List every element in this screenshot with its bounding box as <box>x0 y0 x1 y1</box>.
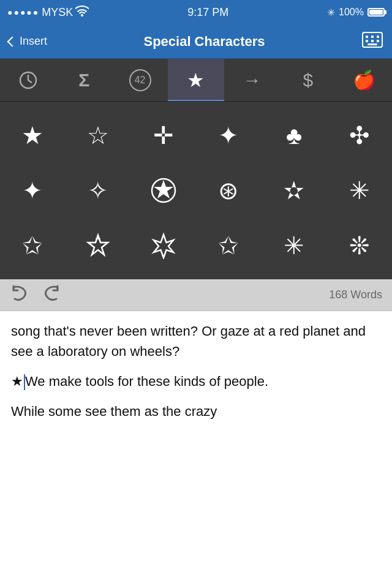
bluetooth-icon: ✳ <box>327 7 335 18</box>
back-button[interactable]: Insert <box>9 35 47 48</box>
char-row-1: ★ ☆ ✛ ✦ ♣ ✣ <box>0 108 392 163</box>
svg-rect-5 <box>371 40 374 42</box>
svg-rect-2 <box>371 36 374 38</box>
char-cell-6point-star[interactable] <box>130 221 196 270</box>
char-cell-circled-star[interactable]: ⊛ <box>196 166 262 215</box>
character-grid: ★ ☆ ✛ ✦ ♣ ✣ ✦ ✧ ⊛ ✫ ✳ ✩ <box>0 102 392 279</box>
char-cell-club[interactable]: ♣ <box>262 111 327 160</box>
nav-bar: Insert Special Characters <box>0 24 392 59</box>
tab-stars[interactable]: ★ <box>168 59 224 101</box>
char-row-2: ✦ ✧ ⊛ ✫ ✳ <box>0 163 392 218</box>
tab-nature[interactable]: 🍎 <box>336 59 392 101</box>
char-cell-circle-star[interactable] <box>130 166 196 215</box>
tab-numbers[interactable]: 42 <box>112 59 168 101</box>
wifi-icon <box>75 6 89 20</box>
char-cell-diamond-four[interactable]: ✦ <box>196 111 262 160</box>
carrier-label: MYSK <box>42 6 73 19</box>
battery-percent: 100% <box>339 7 364 18</box>
category-tabs: Σ 42 ★ → $ 🍎 <box>0 59 392 102</box>
signal-dots: ●●●●● <box>7 7 39 17</box>
word-count: 168 Words <box>329 288 382 301</box>
battery-icon <box>368 8 385 17</box>
svg-rect-7 <box>368 43 377 45</box>
char-cell-cross[interactable]: ✛ <box>130 111 196 160</box>
redo-button[interactable] <box>42 284 61 306</box>
text-paragraph-2: ★We make tools for these kinds of people… <box>11 371 381 391</box>
char-cell-ornament-cross[interactable]: ✣ <box>326 111 392 160</box>
text-paragraph-3: While some see them as the crazy <box>11 401 381 421</box>
text-paragraph-1: song that's never been written? Or gaze … <box>11 321 381 361</box>
char-cell-4point-outline[interactable]: ✧ <box>66 166 131 215</box>
char-cell-black-star[interactable]: ★ <box>0 111 66 160</box>
char-cell-outlined-star3[interactable]: ✩ <box>196 221 262 270</box>
tab-recent[interactable] <box>0 59 56 101</box>
svg-rect-1 <box>366 36 368 38</box>
char-row-3: ✩ ✩ ✳ ❊ <box>0 218 392 273</box>
tab-arrows[interactable]: → <box>224 59 280 101</box>
status-right: ✳ 100% <box>327 7 385 18</box>
char-cell-asterisk-8[interactable]: ✳ <box>326 166 392 215</box>
status-left: ●●●●● MYSK <box>7 6 89 20</box>
chevron-left-icon <box>7 36 18 47</box>
svg-rect-3 <box>377 36 379 38</box>
char-cell-outlined-star2[interactable] <box>66 221 131 270</box>
svg-rect-6 <box>377 40 379 42</box>
toolbar: 168 Words <box>0 279 392 311</box>
char-cell-stressed-star[interactable]: ✩ <box>0 221 66 270</box>
svg-rect-4 <box>366 40 368 42</box>
inserted-star: ★ <box>11 374 23 389</box>
back-label: Insert <box>20 35 47 48</box>
char-cell-4point-star[interactable]: ✦ <box>0 166 66 215</box>
tab-currency[interactable]: $ <box>280 59 336 101</box>
status-bar: ●●●●● MYSK 9:17 PM ✳ 100% <box>0 0 392 24</box>
keyboard-icon[interactable] <box>361 31 383 52</box>
char-cell-asterisk-6[interactable]: ✳ <box>262 221 327 270</box>
svg-marker-13 <box>88 235 108 255</box>
text-area[interactable]: song that's never been written? Or gaze … <box>0 311 392 495</box>
toolbar-actions <box>10 284 61 306</box>
text-after-cursor: We make tools for these kinds of people. <box>25 374 268 389</box>
char-cell-white-star[interactable]: ☆ <box>66 111 131 160</box>
tab-math[interactable]: Σ <box>56 59 111 101</box>
svg-line-10 <box>28 80 32 83</box>
svg-marker-11 <box>154 180 173 198</box>
page-title: Special Characters <box>143 34 265 50</box>
time-display: 9:17 PM <box>187 6 228 19</box>
char-cell-asterisk-snow[interactable]: ❊ <box>326 221 392 270</box>
undo-button[interactable] <box>10 284 29 306</box>
svg-marker-15 <box>154 235 173 258</box>
char-cell-star-dot[interactable]: ✫ <box>262 166 327 215</box>
